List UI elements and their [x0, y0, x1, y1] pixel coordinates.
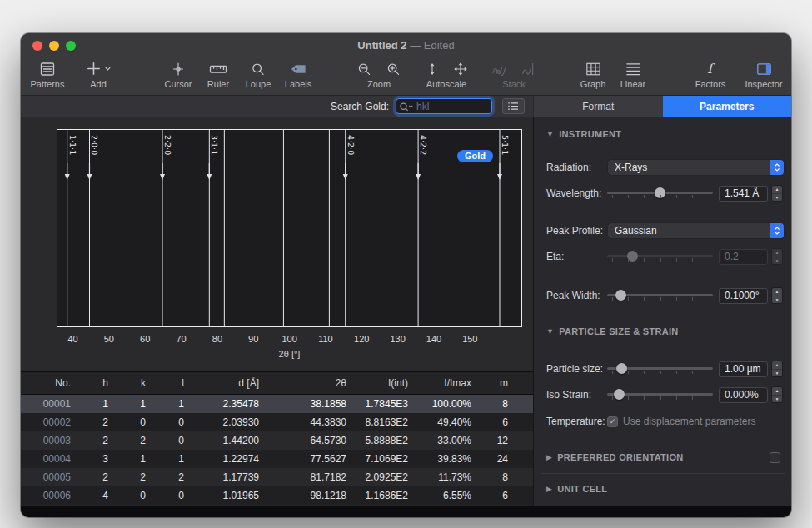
close-button[interactable] — [32, 41, 42, 51]
toolbar-item-label: Ruler — [207, 79, 229, 89]
table-cell: 2.0925E2 — [355, 471, 416, 483]
svg-text:4·2·2: 4·2·2 — [419, 135, 428, 155]
section-unit-cell[interactable]: ▶ UNIT CELL — [534, 481, 791, 496]
wavelength-value-field[interactable]: 1.541 Å — [719, 186, 768, 202]
toolbar-item-linear[interactable]: Linear — [613, 58, 653, 89]
peak-width-value-field[interactable]: 0.1000° — [719, 288, 768, 304]
iso-strain-stepper[interactable]: ▲▼ — [771, 386, 783, 403]
section-instrument[interactable]: ▼ INSTRUMENT — [534, 127, 791, 142]
table-cell: 49.40% — [416, 416, 480, 428]
slider-thumb[interactable] — [655, 187, 665, 198]
toolbar-item-factors[interactable]: fFactors — [690, 58, 730, 89]
list-icon — [507, 102, 520, 111]
table-cell: 1.7845E3 — [355, 398, 416, 410]
table-cell: 0 — [117, 490, 154, 501]
table-cell: 1.1686E2 — [355, 490, 416, 501]
table-row[interactable]: 000064001.0196598.12181.1686E26.55%6 — [21, 486, 533, 505]
search-icon[interactable] — [399, 101, 414, 116]
factors-icon: f — [701, 61, 720, 77]
reflection-list-button[interactable] — [502, 98, 525, 114]
toolbar-item-autoscale[interactable]: Autoscale — [415, 58, 478, 89]
toolbar-item-cursor[interactable]: Cursor — [158, 58, 198, 89]
section-divider — [541, 316, 785, 316]
x-tick-label: 60 — [140, 334, 150, 344]
table-cell: 1 — [117, 453, 154, 465]
diffraction-chart[interactable]: 1·1·12·0·02·2·03·1·14·2·04·2·25·1·1 Gold… — [21, 117, 533, 371]
toolbar-item-add[interactable]: Add — [77, 58, 119, 89]
column-header[interactable]: k — [117, 377, 154, 389]
particle-size-stepper[interactable]: ▲▼ — [771, 361, 783, 377]
iso-strain-value-field[interactable]: 0.000% — [719, 387, 768, 403]
table-cell: 12 — [480, 435, 516, 446]
disclosure-triangle-icon: ▶ — [546, 485, 552, 493]
peak-width-slider[interactable] — [607, 287, 713, 304]
table-row[interactable]: 000022002.0393044.38308.8163E249.40%6 — [21, 413, 533, 431]
table-cell: 2.03930 — [192, 416, 267, 428]
table-cell: 77.5627 — [267, 453, 355, 465]
radiation-popup[interactable]: X-Rays — [607, 159, 785, 176]
toolbar-item-labels[interactable]: Labels — [278, 58, 318, 89]
displacement-checkbox[interactable]: ✓ — [607, 416, 618, 427]
eta-stepper: ▲▼ — [771, 248, 783, 265]
wavelength-slider[interactable] — [607, 185, 713, 202]
peak-profile-popup[interactable]: Gaussian — [607, 222, 785, 239]
particle-size-slider[interactable] — [607, 361, 713, 377]
search-label: Search Gold: — [331, 101, 389, 112]
particle-size-value-field[interactable]: 1.00 μm — [719, 361, 768, 377]
table-header: No.hkld [Å]2θI(int)I/Imaxm — [21, 371, 533, 395]
toolbar-item-loupe[interactable]: Loupe — [238, 58, 278, 89]
column-header[interactable]: No. — [21, 377, 79, 389]
table-cell: 100.00% — [416, 398, 480, 410]
table-cell: 0 — [154, 435, 192, 446]
toolbar-item-graph[interactable]: Graph — [573, 58, 613, 89]
slider-thumb[interactable] — [615, 290, 626, 301]
x-tick-label: 140 — [426, 334, 441, 344]
toolbar-item-inspector[interactable]: Inspector — [740, 58, 787, 89]
column-header[interactable]: d [Å] — [192, 377, 267, 389]
column-header[interactable]: I/Imax — [416, 377, 480, 389]
cursor-icon — [169, 61, 187, 77]
toolbar-item-label: Graph — [580, 79, 606, 89]
table-row[interactable]: 000043111.2297477.56277.1069E239.83%24 — [21, 450, 533, 468]
table-cell: 39.83% — [416, 453, 480, 465]
table-row[interactable]: 000032201.4420064.57305.8888E233.00%12 — [21, 431, 533, 450]
toolbar-item-zoom[interactable]: Zoom — [347, 58, 411, 89]
pattern-badge[interactable]: Gold — [457, 150, 493, 162]
tab-format[interactable]: Format — [533, 96, 663, 117]
peak-width-stepper[interactable]: ▲▼ — [771, 287, 783, 304]
column-header[interactable]: m — [480, 377, 516, 389]
table-row[interactable]: 000011112.3547838.18581.7845E3100.00%8 — [21, 395, 533, 413]
table-cell: 4 — [79, 490, 117, 501]
svg-text:1·1·1: 1·1·1 — [68, 135, 77, 155]
row-number: 00001 — [21, 398, 79, 410]
table-row[interactable]: 000052221.1773981.71822.0925E211.73%8 — [21, 468, 533, 486]
toolbar-item-patterns[interactable]: Patterns — [27, 58, 67, 89]
toolbar-item-label: Loupe — [246, 79, 271, 89]
row-number: 00003 — [21, 435, 79, 446]
preferred-orientation-checkbox[interactable] — [770, 452, 780, 463]
zoom-window-button[interactable] — [66, 41, 76, 51]
minimize-button[interactable] — [49, 41, 59, 51]
tab-parameters[interactable]: Parameters — [663, 96, 792, 117]
table-cell: 24 — [480, 453, 516, 465]
patterns-icon — [37, 61, 57, 77]
section-particle-size[interactable]: ▼ PARTICLE SIZE & STRAIN — [534, 324, 791, 339]
section-preferred-orientation[interactable]: ▶ PREFERRED ORIENTATION — [534, 450, 791, 465]
temperature-label: Temperature: — [546, 416, 607, 427]
column-header[interactable]: h — [79, 377, 117, 389]
loupe-icon — [249, 61, 267, 77]
wavelength-stepper[interactable]: ▲▼ — [771, 185, 783, 202]
plot-area[interactable]: 1·1·12·0·02·2·03·1·14·2·04·2·25·1·1 Gold — [57, 129, 522, 327]
column-header[interactable]: I(int) — [355, 377, 416, 389]
eta-value-field: 0.2 — [719, 249, 768, 265]
column-header[interactable]: 2θ — [267, 377, 355, 389]
titlebar[interactable]: Untitled 2 — Edited — [21, 33, 791, 57]
slider-thumb[interactable] — [616, 363, 627, 374]
slider-thumb[interactable] — [614, 389, 625, 400]
disclosure-triangle-icon: ▶ — [546, 453, 552, 461]
toolbar-item-ruler[interactable]: Ruler — [198, 58, 238, 89]
eta-label: Eta: — [546, 251, 607, 262]
column-header[interactable]: l — [154, 377, 192, 389]
popup-chevrons-icon — [770, 223, 784, 238]
iso-strain-slider[interactable] — [607, 386, 713, 403]
